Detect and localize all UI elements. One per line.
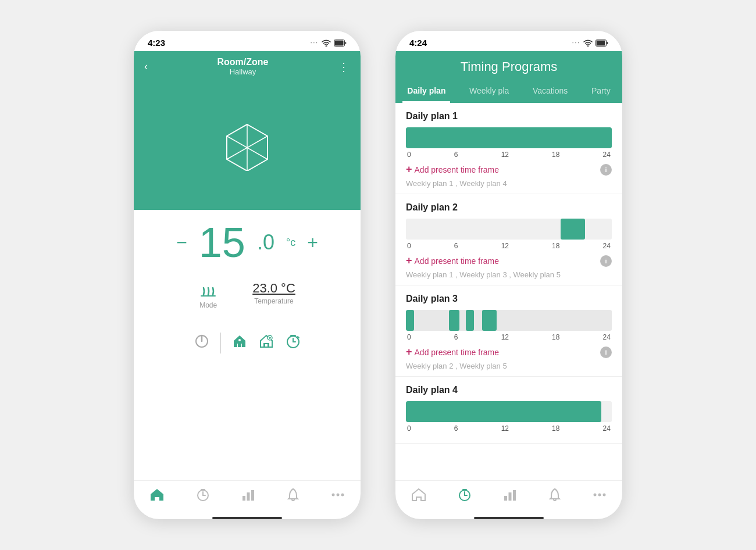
mode-block: Mode [199, 281, 217, 309]
svg-point-37 [603, 494, 606, 497]
mode-temp-row: Mode 23.0 °C Temperature [151, 281, 343, 309]
temp-display-value: 23.0 °C [252, 281, 295, 296]
timeline-bar-1 [406, 127, 612, 148]
app-header-right: Timing Programs [395, 51, 622, 80]
tab-bar: Daily plan Weekly pla Vacations Party [395, 80, 622, 103]
menu-button[interactable]: ⋮ [338, 60, 350, 74]
plan-title-1: Daily plan 1 [406, 111, 612, 122]
svg-rect-28 [597, 40, 605, 45]
svg-rect-22 [247, 492, 250, 501]
back-button[interactable]: ‹ [144, 60, 148, 73]
plan-title-2: Daily plan 2 [406, 202, 612, 213]
temp-control: − 15 .0 °c + [151, 222, 343, 263]
nav-home-right[interactable] [411, 488, 426, 502]
nav-home-left[interactable] [149, 488, 165, 502]
timeline-bar-3 [406, 310, 612, 331]
add-timeframe-1: + Add present time frame i [406, 163, 612, 176]
timeline-bar-4 [406, 401, 612, 422]
svg-point-26 [341, 494, 344, 497]
bottom-nav-left [134, 480, 361, 513]
tab-vacations[interactable]: Vacations [528, 80, 572, 103]
nav-timer-right[interactable] [458, 488, 472, 502]
plan-section-4: Daily plan 4 0 6 12 18 24 [395, 377, 622, 444]
heat-icon [199, 281, 217, 297]
nav-more-right[interactable] [593, 492, 607, 497]
nav-more-left[interactable] [331, 492, 345, 497]
battery-icon-left [334, 40, 347, 47]
svg-point-25 [337, 494, 340, 497]
tab-daily-plan[interactable]: Daily plan [402, 80, 450, 103]
svg-point-35 [594, 494, 597, 497]
time-right: 4:24 [409, 38, 427, 48]
chart-icon-right [503, 488, 517, 502]
timeline-fill-2 [561, 219, 585, 240]
timeline-bar-2 [406, 219, 612, 240]
home-mode-button[interactable] [231, 333, 248, 353]
label-18-4: 18 [552, 424, 559, 433]
label-12-1: 12 [501, 151, 509, 159]
timeline-fill-4 [406, 401, 601, 422]
page-title-right: Timing Programs [406, 59, 612, 74]
nav-chart-right[interactable] [503, 488, 517, 502]
label-18-1: 18 [552, 151, 559, 159]
bell-icon-right [548, 488, 561, 502]
home-icon-left [149, 488, 165, 502]
label-12-4: 12 [501, 424, 509, 433]
label-24-1: 24 [603, 151, 611, 159]
timeline-labels-4: 0 6 12 18 24 [406, 424, 612, 433]
title-block: Room/Zone Hallway [217, 57, 269, 76]
away-mode-button[interactable] [258, 333, 274, 353]
power-button[interactable] [194, 333, 210, 353]
status-bar-left: 4:23 ··· [134, 31, 361, 51]
timeline-fill-1 [406, 127, 612, 148]
timeline-fill-3a [406, 310, 414, 331]
timeline-labels-1: 0 6 12 18 24 [406, 151, 612, 159]
home-indicator-left [212, 517, 282, 519]
svg-point-10 [238, 339, 241, 341]
label-24-2: 24 [603, 242, 611, 250]
plans-scroll[interactable]: Daily plan 1 0 6 12 18 24 + Add present … [395, 103, 622, 480]
label-6-3: 6 [454, 333, 458, 341]
add-label-1: Add present time frame [415, 165, 500, 174]
plan-title-4: Daily plan 4 [406, 385, 612, 395]
svg-rect-21 [243, 496, 245, 501]
plan-refs-3: Weekly plan 2 , Weekly plan 5 [406, 362, 612, 370]
home-indicator-right [474, 517, 544, 519]
plan-section-1: Daily plan 1 0 6 12 18 24 + Add present … [395, 103, 622, 194]
svg-point-24 [332, 494, 335, 497]
label-12-2: 12 [501, 242, 509, 250]
temp-decrease-button[interactable]: − [176, 232, 187, 253]
add-timeframe-button-3[interactable]: + Add present time frame [406, 346, 499, 358]
add-timeframe-3: + Add present time frame i [406, 346, 612, 358]
nav-timer-left[interactable] [196, 488, 210, 502]
plan-section-3: Daily plan 3 0 6 12 18 24 + Add present … [395, 285, 622, 377]
temp-value: 15 [199, 222, 245, 263]
add-timeframe-button-1[interactable]: + Add present time frame [406, 163, 499, 176]
right-phone: 4:24 ··· Timing Programs Daily plan Week… [395, 31, 622, 519]
add-timeframe-button-2[interactable]: + Add present time frame [406, 255, 499, 267]
plan-section-2: Daily plan 2 0 6 12 18 24 + Add present … [395, 194, 622, 285]
mode-label: Mode [199, 301, 217, 309]
svg-rect-23 [251, 490, 254, 501]
controls-area: − 15 .0 °c + Mode 23 [134, 210, 361, 480]
timer-button[interactable] [285, 333, 301, 353]
info-button-2[interactable]: i [600, 255, 612, 267]
info-button-3[interactable]: i [600, 347, 612, 358]
more-icon-left [331, 492, 345, 497]
svg-point-36 [598, 494, 601, 497]
bottom-nav-right [395, 480, 622, 513]
svg-rect-9 [238, 344, 241, 347]
nav-bell-left[interactable] [287, 488, 299, 502]
temp-increase-button[interactable]: + [307, 232, 318, 253]
header-subtitle: Hallway [217, 67, 269, 76]
nav-bell-right[interactable] [548, 488, 561, 502]
tab-party[interactable]: Party [587, 80, 615, 103]
mode-icon [199, 281, 217, 301]
timeline-labels-2: 0 6 12 18 24 [406, 242, 612, 250]
nav-chart-left[interactable] [241, 488, 255, 502]
tab-weekly-plan[interactable]: Weekly pla [465, 80, 513, 103]
dots-icon-right: ··· [572, 40, 580, 46]
temperature-block: 23.0 °C Temperature [252, 281, 295, 309]
label-0-2: 0 [407, 242, 411, 250]
info-button-1[interactable]: i [600, 164, 612, 176]
